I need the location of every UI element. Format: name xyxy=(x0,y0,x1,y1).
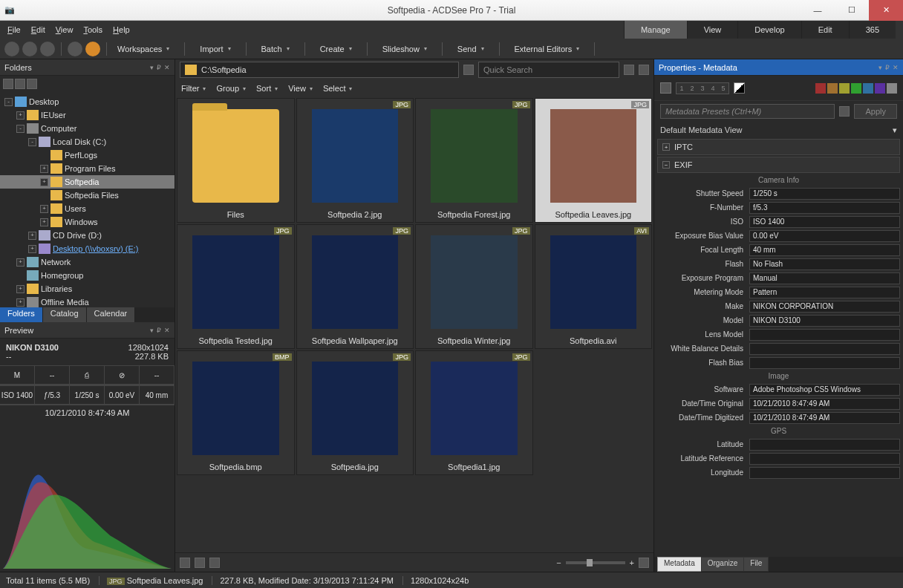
dropdown-icon[interactable]: ▾ xyxy=(150,327,154,334)
close-panel-icon[interactable]: ✕ xyxy=(164,64,170,71)
thumbnail[interactable]: JPGSoftpedia.jpg xyxy=(296,350,414,475)
label-toggle[interactable] xyxy=(734,82,745,94)
tree-node[interactable]: +IEUser xyxy=(0,108,175,122)
left-tab-calendar[interactable]: Calendar xyxy=(87,307,136,322)
preset-dropdown-icon[interactable] xyxy=(839,106,850,117)
thumb-size-slider[interactable] xyxy=(566,561,625,564)
tree-node[interactable]: +Desktop (\\vboxsrv) (E:) xyxy=(0,242,175,255)
tree-node[interactable]: -Desktop xyxy=(0,95,175,108)
search-input[interactable]: Quick Search xyxy=(478,62,619,78)
pin-icon[interactable]: ₽ xyxy=(157,64,161,71)
tree-node[interactable]: Homegroup xyxy=(0,269,175,282)
tool-icon-2[interactable] xyxy=(85,42,100,56)
tree-node[interactable]: +CD Drive (D:) xyxy=(0,229,175,242)
color-swatch[interactable] xyxy=(863,83,873,94)
close-panel-icon[interactable]: ✕ xyxy=(893,64,899,71)
tree-nav-fwd-icon[interactable] xyxy=(15,79,25,89)
close-panel-icon[interactable]: ✕ xyxy=(164,327,170,334)
toolbar-import[interactable]: Import xyxy=(195,42,235,56)
maximize-button[interactable]: ☐ xyxy=(835,0,869,21)
view-icon-2[interactable] xyxy=(195,558,205,568)
thumbnail[interactable]: BMPSoftpedia.bmp xyxy=(177,350,295,475)
apply-button[interactable]: Apply xyxy=(854,104,897,119)
tree-nav-back-icon[interactable] xyxy=(3,79,13,89)
tree-node[interactable]: +Libraries xyxy=(0,282,175,295)
rating-bar[interactable]: 12345 xyxy=(676,82,729,94)
color-swatch[interactable] xyxy=(839,83,850,94)
close-button[interactable]: ✕ xyxy=(869,0,903,21)
tree-node[interactable]: Softpedia Files xyxy=(0,189,175,202)
filter-select[interactable]: Select xyxy=(323,84,353,93)
menu-file[interactable]: File xyxy=(7,25,21,34)
metadata-view-label[interactable]: Default Metadata View xyxy=(660,125,742,134)
tree-node[interactable]: -Local Disk (C:) xyxy=(0,135,175,148)
color-swatch[interactable] xyxy=(851,83,861,94)
nav-up-icon[interactable] xyxy=(40,42,55,56)
thumbnail[interactable]: JPGSoftpedia 2.jpg xyxy=(296,98,414,223)
color-swatch[interactable] xyxy=(875,83,885,94)
preset-select[interactable]: Metadata Presets (Ctrl+M) xyxy=(660,104,835,119)
mode-tab-view[interactable]: View xyxy=(687,21,738,39)
toolbar-workspaces[interactable]: Workspaces xyxy=(113,42,174,56)
dropdown-icon[interactable]: ▾ xyxy=(150,64,154,71)
thumbnail[interactable]: JPGSoftpedia1.jpg xyxy=(415,350,533,475)
pin-icon[interactable]: ₽ xyxy=(157,327,161,334)
tree-node[interactable]: +Network xyxy=(0,255,175,269)
menu-edit[interactable]: Edit xyxy=(31,25,45,34)
color-swatch[interactable] xyxy=(887,83,897,94)
props-tab-file[interactable]: File xyxy=(743,557,769,572)
thumbnail[interactable]: AVISoftpedia.avi xyxy=(535,224,653,349)
pin-icon[interactable]: ₽ xyxy=(885,64,890,71)
props-tab-organize[interactable]: Organize xyxy=(701,557,745,572)
menu-help[interactable]: Help xyxy=(113,25,130,34)
toolbar-create[interactable]: Create xyxy=(316,42,356,56)
tree-node[interactable]: +Offline Media xyxy=(0,295,175,307)
thumbnail[interactable]: JPGSoftpedia Leaves.jpg xyxy=(535,98,653,223)
tree-node[interactable]: PerfLogs xyxy=(0,148,175,162)
toolbar-send[interactable]: Send xyxy=(453,42,489,56)
tree-node[interactable]: +Program Files xyxy=(0,162,175,175)
mode-tab-365[interactable]: 365 xyxy=(849,21,896,39)
tree-node[interactable]: +Windows xyxy=(0,215,175,229)
nav-fwd-icon[interactable] xyxy=(22,42,37,56)
search-dropdown-icon[interactable] xyxy=(624,65,634,75)
left-tab-catalog[interactable]: Catalog xyxy=(43,307,87,322)
filter-sort[interactable]: Sort xyxy=(256,84,278,93)
path-box[interactable]: C:\Softpedia xyxy=(180,62,459,78)
tree-node[interactable]: +Softpedia xyxy=(0,175,175,189)
tree-nav-up-icon[interactable] xyxy=(27,79,37,89)
view-icon-1[interactable] xyxy=(180,558,190,568)
nav-back-icon[interactable] xyxy=(4,42,19,56)
color-swatch[interactable] xyxy=(827,83,838,94)
thumbnail[interactable]: JPGSoftpedia Tested.jpg xyxy=(177,224,295,349)
filter-filter[interactable]: Filter xyxy=(181,84,206,93)
tree-node[interactable]: -Computer xyxy=(0,122,175,135)
left-tab-folders[interactable]: Folders xyxy=(0,307,43,322)
folder-tree[interactable]: -Desktop+IEUser-Computer-Local Disk (C:)… xyxy=(0,92,175,307)
tag-checkbox[interactable] xyxy=(660,82,671,94)
mode-tab-edit[interactable]: Edit xyxy=(801,21,849,39)
thumbnail[interactable]: JPGSoftpedia Forest.jpg xyxy=(415,98,533,223)
toolbar-external-editors[interactable]: External Editors xyxy=(510,42,584,56)
menu-tools[interactable]: Tools xyxy=(83,25,102,34)
view-icon-3[interactable] xyxy=(209,558,220,568)
mode-tab-develop[interactable]: Develop xyxy=(737,21,801,39)
search-go-icon[interactable] xyxy=(639,65,649,75)
thumbnail[interactable]: Files xyxy=(177,98,295,223)
chevron-down-icon[interactable]: ▾ xyxy=(893,125,897,135)
menu-view[interactable]: View xyxy=(56,25,74,34)
zoom-in-icon[interactable]: + xyxy=(630,558,634,567)
thumbnail[interactable]: JPGSoftpedia Winter.jpg xyxy=(415,224,533,349)
zoom-out-icon[interactable]: − xyxy=(556,558,561,567)
tool-icon-1[interactable] xyxy=(68,42,82,56)
props-tab-metadata[interactable]: Metadata xyxy=(657,557,702,572)
color-swatch[interactable] xyxy=(815,83,826,94)
exif-section[interactable]: −EXIF xyxy=(657,157,900,173)
filter-view[interactable]: View xyxy=(288,84,313,93)
thumbnail-grid[interactable]: FilesJPGSoftpedia 2.jpgJPGSoftpedia Fore… xyxy=(175,97,653,552)
toolbar-batch[interactable]: Batch xyxy=(257,42,294,56)
path-dropdown-icon[interactable] xyxy=(463,65,474,75)
view-mode-icon[interactable] xyxy=(639,558,649,568)
toolbar-slideshow[interactable]: Slideshow xyxy=(378,42,431,56)
dropdown-icon[interactable]: ▾ xyxy=(878,64,882,71)
